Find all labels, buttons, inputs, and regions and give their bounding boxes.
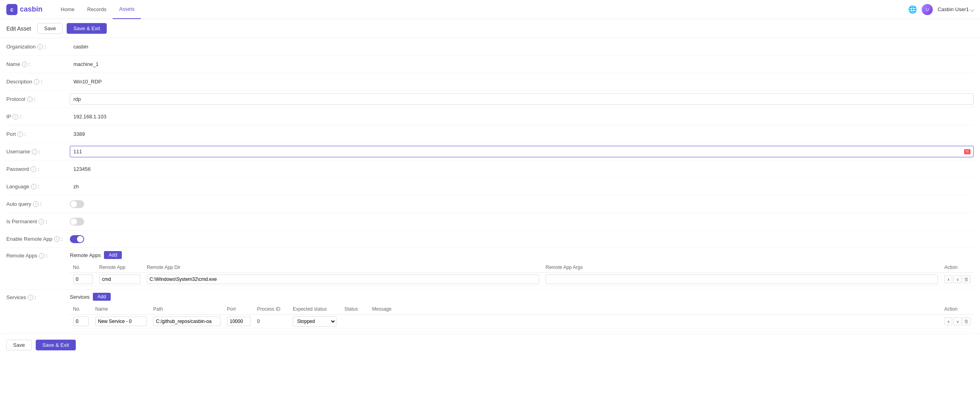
info-icon[interactable]: i: [27, 97, 33, 102]
organization-value: [70, 39, 974, 54]
info-icon[interactable]: i: [38, 219, 44, 224]
form-row-is-permanent: Is Permanent i :: [6, 213, 974, 230]
error-badge: !!!: [964, 149, 970, 154]
svc-col-action: Action: [941, 304, 974, 315]
toggle-knob: [71, 218, 77, 225]
svc-row-process-id: 0: [254, 315, 290, 329]
svc-col-process-id: Process ID: [254, 304, 290, 315]
svc-action-buttons: ∧ ∨ 🗑: [944, 317, 970, 325]
svc-col-expected-status: Expected status: [290, 304, 341, 315]
delete-button[interactable]: 🗑: [963, 275, 970, 283]
form-row-description: Description i :: [6, 73, 974, 91]
svc-move-down-button[interactable]: ∨: [953, 317, 961, 325]
svc-row-expected-status: Stopped Running: [290, 315, 341, 329]
logo[interactable]: c casbin: [6, 4, 42, 15]
remote-apps-add-button[interactable]: Add: [104, 251, 122, 259]
info-icon[interactable]: i: [22, 62, 27, 67]
auto-query-toggle[interactable]: [70, 200, 84, 208]
svc-name-input[interactable]: [95, 317, 147, 326]
info-icon[interactable]: i: [17, 131, 23, 137]
organization-input[interactable]: [70, 41, 974, 52]
name-input[interactable]: [70, 58, 974, 70]
is-permanent-toggle[interactable]: [70, 218, 84, 226]
description-label: Description i :: [6, 75, 70, 88]
ip-label: IP i :: [6, 110, 70, 123]
info-icon[interactable]: i: [37, 44, 43, 50]
save-exit-button[interactable]: Save & Exit: [67, 23, 107, 34]
form-row-username: Username i : !!!: [6, 143, 974, 160]
row-action: ∧ ∨ 🗑: [941, 273, 974, 286]
svc-row-no: [70, 315, 92, 329]
info-icon[interactable]: i: [31, 184, 37, 189]
port-value: [70, 127, 974, 141]
form-row-name: Name i :: [6, 56, 974, 73]
row-remote-app-input[interactable]: [99, 274, 140, 284]
info-icon[interactable]: i: [39, 253, 44, 259]
port-input[interactable]: [70, 128, 974, 140]
services-add-button[interactable]: Add: [93, 293, 111, 301]
auto-query-toggle-wrapper: [70, 199, 974, 210]
form-row-remote-apps: Remote Apps i : Remote Apps Add No. Remo…: [6, 248, 974, 290]
bottom-toolbar: Save Save & Exit: [0, 334, 980, 356]
row-remote-app-dir-input[interactable]: [147, 274, 539, 284]
info-icon[interactable]: i: [33, 201, 38, 207]
remote-apps-label: Remote Apps i :: [6, 251, 70, 259]
protocol-value: rdp ssh vnc: [70, 92, 974, 106]
nav-item-records[interactable]: Records: [81, 0, 113, 19]
move-down-button[interactable]: ∨: [953, 275, 961, 283]
bottom-save-button[interactable]: Save: [6, 340, 32, 350]
language-input[interactable]: [70, 181, 974, 192]
user-menu[interactable]: Casbin User1: [938, 6, 974, 12]
description-input[interactable]: [70, 76, 974, 87]
page-title: Edit Asset: [6, 25, 31, 32]
form-row-enable-remote-app: Enable Remote App i :: [6, 230, 974, 248]
enable-remote-app-toggle[interactable]: [70, 235, 84, 243]
svc-port-input[interactable]: [227, 317, 251, 326]
protocol-select[interactable]: rdp ssh vnc: [70, 93, 974, 105]
info-icon[interactable]: i: [34, 79, 39, 85]
remote-apps-section: Remote Apps Add No. Remote App Remote Ap…: [70, 251, 974, 286]
bottom-save-exit-button[interactable]: Save & Exit: [36, 340, 76, 350]
password-value: [70, 162, 974, 176]
info-icon[interactable]: i: [32, 149, 37, 155]
form-row-organization: Organization i :: [6, 38, 974, 56]
row-remote-app-args: [542, 273, 941, 286]
table-row: ∧ ∨ 🗑: [70, 273, 974, 286]
password-input[interactable]: [70, 163, 974, 175]
row-remote-app-args-input[interactable]: [546, 274, 938, 284]
row-no-input[interactable]: [73, 274, 93, 284]
ip-input[interactable]: [70, 111, 974, 122]
move-up-button[interactable]: ∧: [944, 275, 952, 283]
info-icon[interactable]: i: [13, 114, 18, 120]
info-icon[interactable]: i: [31, 166, 36, 172]
svc-delete-button[interactable]: 🗑: [963, 317, 970, 325]
col-no: No.: [70, 262, 96, 273]
name-value: [70, 57, 974, 72]
globe-icon[interactable]: 🌐: [908, 5, 917, 14]
info-icon[interactable]: i: [28, 295, 33, 300]
nav-item-home[interactable]: Home: [54, 0, 81, 19]
password-label: Password i :: [6, 163, 70, 175]
col-remote-app-args: Remote App Args: [542, 262, 941, 273]
user-name: Casbin User1: [938, 6, 969, 12]
save-button[interactable]: Save: [37, 23, 63, 34]
form-row-services: Services i : Services Add No. Name Path …: [6, 290, 974, 332]
svc-row-message: [369, 315, 941, 329]
services-header: Services Add: [70, 293, 974, 301]
svc-expected-status-select[interactable]: Stopped Running: [293, 316, 336, 327]
svc-row-port: [224, 315, 254, 329]
svc-no-input[interactable]: [73, 317, 89, 326]
svc-move-up-button[interactable]: ∧: [944, 317, 952, 325]
nav-item-assets[interactable]: Assets: [113, 0, 141, 19]
action-buttons: ∧ ∨ 🗑: [944, 275, 970, 283]
svc-row-action: ∧ ∨ 🗑: [941, 315, 974, 329]
row-remote-app-dir: [144, 273, 542, 286]
info-icon[interactable]: i: [54, 236, 60, 242]
header: c casbin Home Records Assets 🌐 U Casbin …: [0, 0, 980, 19]
username-value: !!!: [70, 144, 974, 159]
username-input[interactable]: [70, 146, 974, 157]
is-permanent-label: Is Permanent i :: [6, 215, 70, 228]
svc-path-input[interactable]: [153, 317, 221, 326]
col-action: Action: [941, 262, 974, 273]
svc-row-status: [341, 315, 369, 329]
